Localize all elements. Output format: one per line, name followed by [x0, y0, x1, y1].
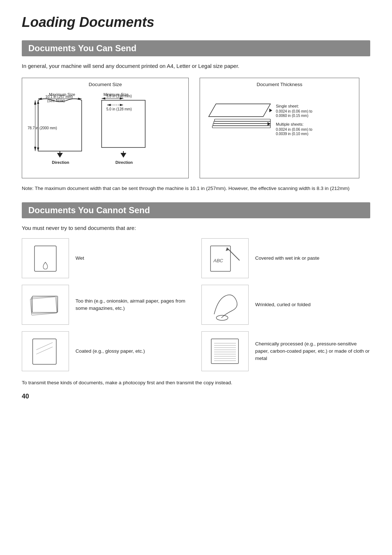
svg-rect-32 — [215, 119, 270, 121]
size-diagram-svg: Maximum Size Minimum Size 10.1 in (257 m… — [27, 89, 172, 173]
coated-icon-box — [22, 331, 69, 371]
thin-icon-box — [22, 285, 69, 325]
thin-label: Too thin (e.g., onionskin, airmail paper… — [75, 297, 191, 312]
svg-marker-11 — [34, 100, 36, 105]
document-size-title: Document Size — [27, 82, 183, 87]
wet-label: Wet — [75, 255, 84, 262]
wet-icon-box — [22, 238, 69, 278]
section2-header: Documents You Cannot Send — [22, 202, 370, 218]
thickness-diagram-svg: Single sheet: 0.0024 in (0.06 mm) to 0.0… — [205, 89, 343, 173]
svg-line-51 — [36, 343, 53, 350]
chemical-label: Chemically processed (e.g., pressure-sen… — [255, 340, 370, 362]
svg-rect-41 — [34, 246, 56, 271]
svg-text:Direction: Direction — [115, 160, 133, 165]
cannot-send-item-coated: Coated (e.g., glossy paper, etc.) — [22, 331, 191, 371]
svg-rect-50 — [33, 339, 56, 364]
svg-marker-12 — [34, 147, 36, 151]
page-number: 40 — [22, 393, 370, 400]
page-title: Loading Documents — [22, 15, 370, 30]
svg-marker-24 — [120, 104, 123, 106]
document-size-box: Document Size Maximum Size Minimum Size … — [22, 78, 189, 178]
svg-rect-53 — [211, 339, 238, 364]
svg-text:0.0039 in (0.10 mm): 0.0039 in (0.10 mm) — [276, 132, 309, 136]
document-thickness-box: Document Thickness Single sheet: 0.0024 … — [200, 78, 359, 178]
ink-label: Covered with wet ink or paste — [255, 255, 319, 262]
cannot-send-item-ink: ABC Covered with wet ink or paste — [201, 238, 370, 278]
svg-text:Direction: Direction — [52, 160, 69, 165]
svg-marker-33 — [268, 122, 270, 126]
svg-line-52 — [36, 347, 53, 354]
svg-marker-23 — [107, 104, 111, 106]
section1-intro: In general, your machine will send any d… — [22, 63, 370, 69]
cannot-send-intro: You must never try to send documents tha… — [22, 225, 370, 231]
section1-header: Documents You Can Send — [22, 40, 370, 56]
svg-text:5.8 in (148 mm): 5.8 in (148 mm) — [106, 94, 132, 98]
cannot-send-item-thin: Too thin (e.g., onionskin, airmail paper… — [22, 285, 191, 325]
transmit-note: To transmit these kinds of documents, ma… — [22, 380, 370, 385]
svg-text:0.0024 in (0.06 mm) to: 0.0024 in (0.06 mm) to — [276, 109, 313, 113]
svg-text:Multiple sheets:: Multiple sheets: — [276, 122, 303, 126]
svg-text:78.7 in (2000 mm): 78.7 in (2000 mm) — [28, 126, 57, 130]
section1-note: Note: The maximum document width that ca… — [22, 185, 370, 192]
wrinkled-label: Wrinkled, curled or folded — [255, 301, 311, 308]
svg-text:0.0024 in (0.06 mm) to: 0.0024 in (0.06 mm) to — [276, 127, 313, 131]
svg-text:10.1 in (257 mm): 10.1 in (257 mm) — [45, 95, 73, 99]
svg-text:0.0060 in (0.15 mm): 0.0060 in (0.15 mm) — [276, 114, 309, 118]
cannot-send-grid: Wet ABC Covered with wet ink or paste — [22, 238, 370, 371]
cannot-send-item-wet: Wet — [22, 238, 191, 278]
svg-text:ABC: ABC — [213, 258, 223, 263]
svg-rect-31 — [214, 121, 270, 123]
cannot-send-item-chemical: Chemically processed (e.g., pressure-sen… — [201, 331, 370, 371]
svg-marker-19 — [102, 97, 105, 100]
svg-rect-30 — [213, 123, 270, 126]
document-thickness-title: Document Thickness — [205, 82, 354, 87]
svg-rect-29 — [212, 126, 270, 128]
cannot-send-item-wrinkled: Wrinkled, curled or folded — [201, 285, 370, 325]
chemical-icon-box — [201, 331, 249, 371]
svg-text:Single sheet:: Single sheet: — [276, 104, 299, 108]
svg-marker-4 — [37, 147, 39, 151]
svg-marker-37 — [269, 109, 272, 112]
svg-text:(See Note): (See Note) — [47, 99, 65, 103]
coated-label: Coated (e.g., glossy paper, etc.) — [75, 348, 145, 355]
svg-marker-3 — [37, 100, 39, 104]
svg-rect-47 — [31, 296, 57, 313]
svg-point-49 — [216, 315, 228, 320]
wrinkled-icon-box — [201, 285, 249, 325]
svg-text:5.0 in (128 mm): 5.0 in (128 mm) — [106, 107, 132, 111]
ink-icon-box: ABC — [201, 238, 249, 278]
